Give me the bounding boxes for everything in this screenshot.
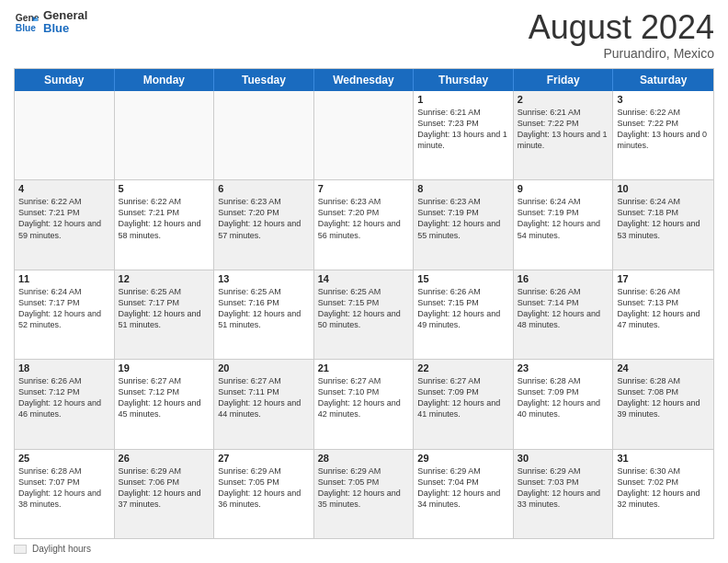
day-info: Sunrise: 6:27 AM Sunset: 7:12 PM Dayligh… <box>119 375 210 420</box>
day-number: 4 <box>18 183 110 194</box>
header-day-tuesday: Tuesday <box>214 69 314 91</box>
day-cell-7: 7Sunrise: 6:23 AM Sunset: 7:20 PM Daylig… <box>314 180 415 269</box>
day-number: 22 <box>417 362 509 373</box>
empty-cell <box>115 91 215 179</box>
day-number: 19 <box>119 362 210 373</box>
day-info: Sunrise: 6:21 AM Sunset: 7:22 PM Dayligh… <box>518 107 609 152</box>
day-number: 28 <box>318 453 410 464</box>
footer: Daylight hours <box>14 544 714 554</box>
day-number: 14 <box>318 273 410 284</box>
calendar-week-4: 18Sunrise: 6:26 AM Sunset: 7:12 PM Dayli… <box>15 359 713 448</box>
day-number: 21 <box>318 362 410 373</box>
day-info: Sunrise: 6:26 AM Sunset: 7:12 PM Dayligh… <box>18 375 110 420</box>
day-number: 11 <box>18 273 110 284</box>
day-cell-24: 24Sunrise: 6:28 AM Sunset: 7:08 PM Dayli… <box>613 360 713 448</box>
day-info: Sunrise: 6:29 AM Sunset: 7:06 PM Dayligh… <box>119 465 210 511</box>
day-info: Sunrise: 6:27 AM Sunset: 7:09 PM Dayligh… <box>417 375 509 420</box>
day-info: Sunrise: 6:24 AM Sunset: 7:19 PM Dayligh… <box>518 196 609 241</box>
day-cell-9: 9Sunrise: 6:24 AM Sunset: 7:19 PM Daylig… <box>514 180 614 269</box>
header-day-thursday: Thursday <box>414 69 514 91</box>
title-block: August 2024 Puruandiro, Mexico <box>529 9 714 61</box>
page: General Blue General Blue August 2024 Pu… <box>0 0 728 563</box>
day-info: Sunrise: 6:29 AM Sunset: 7:03 PM Dayligh… <box>518 465 609 511</box>
day-info: Sunrise: 6:26 AM Sunset: 7:13 PM Dayligh… <box>617 286 710 331</box>
svg-text:Blue: Blue <box>16 24 37 34</box>
day-info: Sunrise: 6:27 AM Sunset: 7:11 PM Dayligh… <box>218 375 310 420</box>
day-number: 12 <box>119 273 210 284</box>
calendar-body: 1Sunrise: 6:21 AM Sunset: 7:23 PM Daylig… <box>15 91 713 538</box>
day-cell-5: 5Sunrise: 6:22 AM Sunset: 7:21 PM Daylig… <box>115 180 215 269</box>
location: Puruandiro, Mexico <box>529 46 714 61</box>
day-number: 7 <box>318 183 410 194</box>
header-day-saturday: Saturday <box>613 69 713 91</box>
day-cell-2: 2Sunrise: 6:21 AM Sunset: 7:22 PM Daylig… <box>514 91 614 179</box>
day-cell-31: 31Sunrise: 6:30 AM Sunset: 7:02 PM Dayli… <box>613 450 713 538</box>
day-number: 1 <box>417 94 509 105</box>
day-cell-4: 4Sunrise: 6:22 AM Sunset: 7:21 PM Daylig… <box>15 180 115 269</box>
day-cell-16: 16Sunrise: 6:26 AM Sunset: 7:14 PM Dayli… <box>514 270 614 359</box>
day-cell-14: 14Sunrise: 6:25 AM Sunset: 7:15 PM Dayli… <box>314 270 415 359</box>
header-day-sunday: Sunday <box>15 69 115 91</box>
calendar-week-3: 11Sunrise: 6:24 AM Sunset: 7:17 PM Dayli… <box>15 270 713 359</box>
logo-icon: General Blue <box>14 9 40 35</box>
day-cell-11: 11Sunrise: 6:24 AM Sunset: 7:17 PM Dayli… <box>15 270 115 359</box>
day-cell-30: 30Sunrise: 6:29 AM Sunset: 7:03 PM Dayli… <box>514 450 614 538</box>
day-cell-28: 28Sunrise: 6:29 AM Sunset: 7:05 PM Dayli… <box>314 450 415 538</box>
day-number: 24 <box>617 362 710 373</box>
day-info: Sunrise: 6:25 AM Sunset: 7:15 PM Dayligh… <box>318 286 410 331</box>
day-info: Sunrise: 6:23 AM Sunset: 7:19 PM Dayligh… <box>417 196 509 241</box>
day-cell-15: 15Sunrise: 6:26 AM Sunset: 7:15 PM Dayli… <box>414 270 514 359</box>
day-cell-21: 21Sunrise: 6:27 AM Sunset: 7:10 PM Dayli… <box>314 360 415 448</box>
empty-cell <box>214 91 314 179</box>
day-number: 30 <box>518 453 609 464</box>
day-number: 16 <box>518 273 609 284</box>
day-info: Sunrise: 6:22 AM Sunset: 7:21 PM Dayligh… <box>18 196 110 241</box>
day-info: Sunrise: 6:26 AM Sunset: 7:15 PM Dayligh… <box>417 286 509 331</box>
day-cell-18: 18Sunrise: 6:26 AM Sunset: 7:12 PM Dayli… <box>15 360 115 448</box>
day-info: Sunrise: 6:26 AM Sunset: 7:14 PM Dayligh… <box>518 286 609 331</box>
day-number: 8 <box>417 183 509 194</box>
day-cell-12: 12Sunrise: 6:25 AM Sunset: 7:17 PM Dayli… <box>115 270 215 359</box>
day-number: 5 <box>119 183 210 194</box>
day-info: Sunrise: 6:23 AM Sunset: 7:20 PM Dayligh… <box>318 196 410 241</box>
day-cell-8: 8Sunrise: 6:23 AM Sunset: 7:19 PM Daylig… <box>414 180 514 269</box>
logo: General Blue General Blue <box>14 9 87 36</box>
day-number: 25 <box>18 453 110 464</box>
day-info: Sunrise: 6:22 AM Sunset: 7:22 PM Dayligh… <box>617 107 710 152</box>
day-number: 20 <box>218 362 310 373</box>
day-number: 10 <box>617 183 710 194</box>
day-info: Sunrise: 6:21 AM Sunset: 7:23 PM Dayligh… <box>417 107 509 152</box>
header-day-monday: Monday <box>115 69 215 91</box>
calendar-week-2: 4Sunrise: 6:22 AM Sunset: 7:21 PM Daylig… <box>15 179 713 269</box>
day-number: 26 <box>119 453 210 464</box>
day-info: Sunrise: 6:28 AM Sunset: 7:08 PM Dayligh… <box>617 375 710 420</box>
day-cell-10: 10Sunrise: 6:24 AM Sunset: 7:18 PM Dayli… <box>613 180 713 269</box>
day-cell-27: 27Sunrise: 6:29 AM Sunset: 7:05 PM Dayli… <box>214 450 314 538</box>
day-number: 3 <box>617 94 710 105</box>
logo-text: General Blue <box>43 9 87 36</box>
header-day-friday: Friday <box>514 69 614 91</box>
day-cell-23: 23Sunrise: 6:28 AM Sunset: 7:09 PM Dayli… <box>514 360 614 448</box>
day-info: Sunrise: 6:22 AM Sunset: 7:21 PM Dayligh… <box>119 196 210 241</box>
day-info: Sunrise: 6:27 AM Sunset: 7:10 PM Dayligh… <box>318 375 410 420</box>
day-info: Sunrise: 6:29 AM Sunset: 7:05 PM Dayligh… <box>318 465 410 511</box>
day-cell-1: 1Sunrise: 6:21 AM Sunset: 7:23 PM Daylig… <box>414 91 514 179</box>
day-info: Sunrise: 6:24 AM Sunset: 7:18 PM Dayligh… <box>617 196 710 241</box>
day-info: Sunrise: 6:28 AM Sunset: 7:09 PM Dayligh… <box>518 375 609 420</box>
day-number: 18 <box>18 362 110 373</box>
day-number: 6 <box>218 183 310 194</box>
day-info: Sunrise: 6:28 AM Sunset: 7:07 PM Dayligh… <box>18 465 110 511</box>
day-number: 13 <box>218 273 310 284</box>
day-cell-25: 25Sunrise: 6:28 AM Sunset: 7:07 PM Dayli… <box>15 450 115 538</box>
calendar: SundayMondayTuesdayWednesdayThursdayFrid… <box>14 68 714 539</box>
day-number: 9 <box>518 183 609 194</box>
day-number: 17 <box>617 273 710 284</box>
day-info: Sunrise: 6:23 AM Sunset: 7:20 PM Dayligh… <box>218 196 310 241</box>
day-info: Sunrise: 6:29 AM Sunset: 7:05 PM Dayligh… <box>218 465 310 511</box>
day-cell-17: 17Sunrise: 6:26 AM Sunset: 7:13 PM Dayli… <box>613 270 713 359</box>
day-info: Sunrise: 6:25 AM Sunset: 7:17 PM Dayligh… <box>119 286 210 331</box>
day-cell-22: 22Sunrise: 6:27 AM Sunset: 7:09 PM Dayli… <box>414 360 514 448</box>
header-day-wednesday: Wednesday <box>314 69 415 91</box>
daylight-legend-label: Daylight hours <box>32 544 91 554</box>
day-number: 2 <box>518 94 609 105</box>
